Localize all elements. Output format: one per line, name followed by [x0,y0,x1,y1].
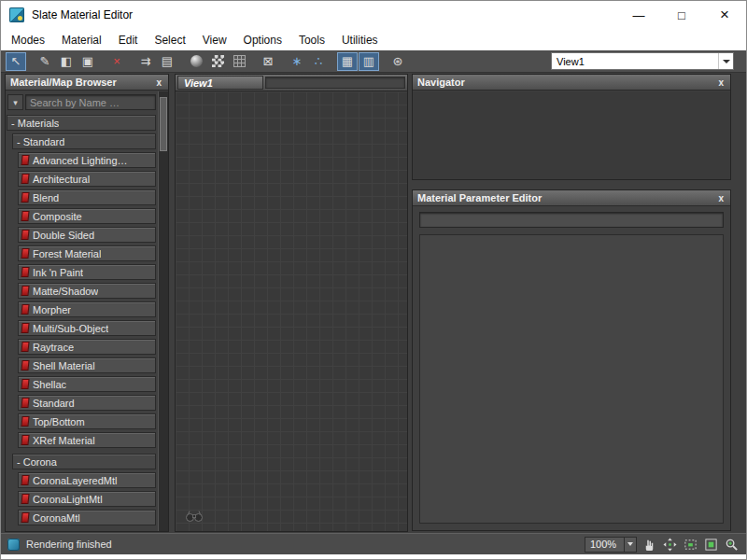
material-item[interactable]: Shellac [18,376,156,392]
select-tool-button[interactable]: ↖ [6,52,26,71]
tab-bar-empty [265,77,405,89]
material-label: Raytrace [29,342,74,353]
menu-tools[interactable]: Tools [290,34,333,47]
material-icon [21,248,29,259]
material-item[interactable]: CoronaLightMtl [18,491,156,507]
minimize-button[interactable]: — [617,1,660,29]
hide-unused-icon: ▤ [162,55,173,67]
put-material-to-scene-button[interactable]: ◧ [56,52,77,71]
material-item[interactable]: CoronaMtl [18,510,156,525]
menu-utilities[interactable]: Utilities [333,34,387,47]
pan-arrows-icon[interactable] [662,537,678,553]
menu-material[interactable]: Material [53,34,110,47]
search-input[interactable] [25,94,156,110]
window-title: Slate Material Editor [32,8,133,21]
browser-scrollbar[interactable] [158,91,168,531]
toolbar-separator [99,52,106,71]
preferences-button[interactable]: ⊛ [388,52,408,71]
material-item[interactable]: Advanced Lighting… [18,152,156,168]
material-item[interactable]: Blend [18,189,156,205]
toolbar-separator [128,52,135,71]
material-item[interactable]: CoronaLayeredMtl [18,472,156,488]
zoom-extents-icon[interactable] [703,537,719,553]
binoculars-icon[interactable] [185,510,204,523]
scrollbar-thumb[interactable] [160,97,167,151]
material-label: CoronaLightMtl [29,494,103,505]
view-select-value: View1 [552,56,585,67]
window-controls: — □ × [617,1,746,29]
move-children-button[interactable]: ⇉ [135,52,156,71]
status-message: Rendering finished [26,539,112,550]
material-label: Blend [29,192,59,203]
material-id-channel-button[interactable]: ⊠ [258,52,278,71]
material-label: - Corona [13,456,57,468]
zoom-magnifier-icon[interactable] [724,537,740,553]
material-sphere-icon [190,55,203,67]
material-item[interactable]: Forest Material [18,245,156,261]
material-group-header[interactable]: - Materials [7,115,156,131]
material-item[interactable]: Morpher [18,301,156,317]
toolbar-buttons: ↖✎◧▣×⇉▤⊠∗∴▦▥⊛ [6,52,409,71]
view-select[interactable]: View1 [551,52,734,70]
show-grid-button[interactable] [229,52,249,71]
show-shaded-material-button[interactable] [186,52,206,71]
zoom-select[interactable]: 100% [585,537,637,553]
material-item[interactable]: Multi/Sub-Object [18,320,156,336]
parameter-editor-title: Material Parameter Editor [417,192,542,203]
material-icon [21,360,29,371]
browser-close-icon[interactable]: x [154,77,163,88]
chevron-down-icon [624,538,636,552]
menu-edit[interactable]: Edit [110,34,147,47]
menu-options[interactable]: Options [235,34,290,47]
material-group-header[interactable]: - Standard [12,133,156,149]
material-item[interactable]: Architectural [18,171,156,187]
auto-layout-horizontal-button[interactable]: ▦ [337,52,358,71]
layout-children-button[interactable]: ∴ [308,52,329,71]
material-icon [21,267,29,277]
parameter-editor-header: Material Parameter Editor x [413,190,730,206]
material-item[interactable]: Double Sided [18,227,156,243]
menu-select[interactable]: Select [146,34,193,47]
material-item[interactable]: Top/Bottom [18,413,156,429]
material-item[interactable]: XRef Material [18,432,156,448]
material-item[interactable]: Shell Material [18,357,156,373]
material-item[interactable]: Raytrace [18,339,156,355]
material-item[interactable]: Composite [18,208,156,224]
material-item[interactable]: Matte/Shadow [18,283,156,299]
material-icon [21,211,29,221]
material-icon [21,435,29,445]
assign-material-to-selection-button[interactable]: ▣ [78,52,98,71]
material-map-browser-panel: Material/Map Browser x ▾ - Materials- St… [5,74,169,532]
pick-material-from-object-button[interactable]: ✎ [35,52,55,71]
search-filter-button[interactable]: ▾ [7,94,23,110]
tab-view1[interactable]: View1 [177,76,263,90]
pan-hand-icon[interactable] [641,537,657,553]
node-view-canvas[interactable] [176,91,407,531]
material-item[interactable]: Ink 'n Paint [18,264,156,280]
toolbar: ↖✎◧▣×⇉▤⊠∗∴▦▥⊛ View1 [1,50,746,73]
show-background-button[interactable] [207,52,228,71]
close-button[interactable]: × [703,1,746,29]
menu-modes[interactable]: Modes [3,34,53,47]
menu-view[interactable]: View [194,34,235,47]
material-group-header[interactable]: - Corona [12,454,156,469]
navigator-canvas[interactable] [413,91,730,179]
material-item[interactable]: Standard [18,395,156,411]
delete-selected-button[interactable]: × [106,52,127,71]
parameter-name-field[interactable] [419,212,724,228]
material-icon [21,416,29,427]
navigator-panel-header: Navigator x [413,75,730,91]
hide-unused-nodeslots-button[interactable]: ▤ [157,52,177,71]
material-label: - Standard [13,136,64,147]
material-icon [21,342,29,352]
material-label: Top/Bottom [29,416,85,427]
navigator-close-icon[interactable]: x [716,77,726,88]
auto-layout-selected-button[interactable]: ▥ [359,52,379,71]
layout-all-vertical-button[interactable]: ∗ [287,52,307,71]
browser-panel-header: Material/Map Browser x [6,75,168,91]
main-content: Material/Map Browser x ▾ - Materials- St… [1,73,746,533]
maximize-button[interactable]: □ [660,1,703,29]
zoom-region-icon[interactable] [683,537,698,553]
parameter-editor-close-icon[interactable]: x [716,193,726,203]
layout-children-icon: ∴ [315,55,322,67]
